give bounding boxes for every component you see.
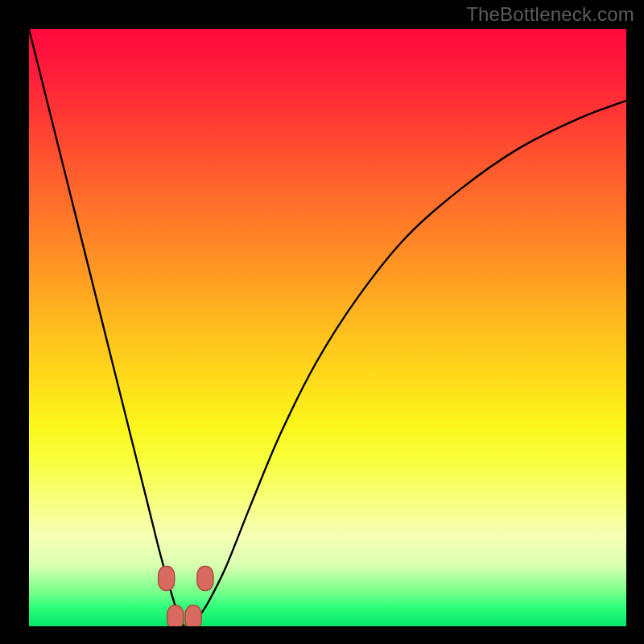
bottleneck-curve	[29, 29, 626, 626]
plot-area	[29, 29, 626, 626]
marker-dot	[159, 567, 175, 591]
watermark-text: TheBottleneck.com	[466, 3, 634, 26]
marker-dot	[167, 605, 184, 626]
marker-dot	[185, 605, 201, 626]
curve-markers	[159, 567, 213, 626]
chart-container: TheBottleneck.com	[0, 0, 644, 644]
curve-svg	[29, 29, 626, 626]
marker-dot	[197, 567, 213, 591]
